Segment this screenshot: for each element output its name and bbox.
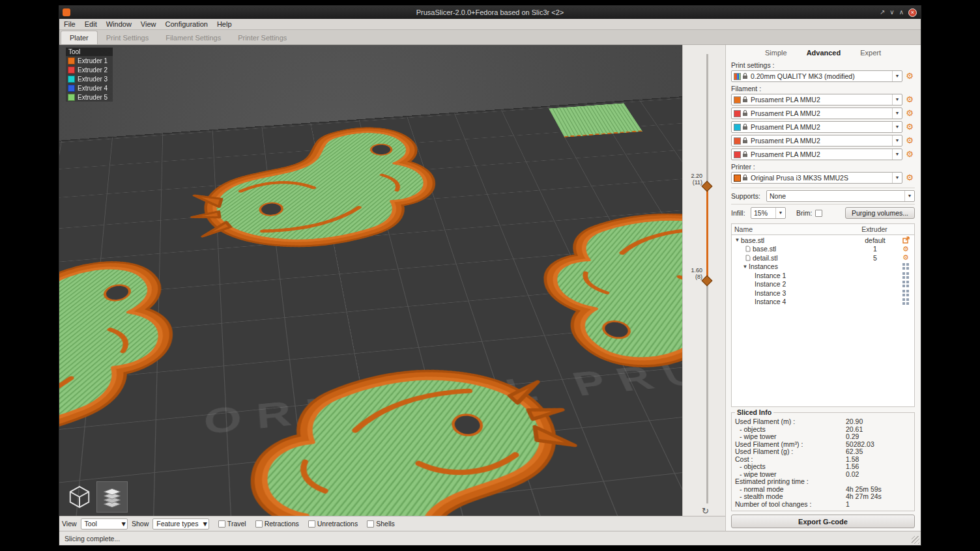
filament-select-1[interactable]: Prusament PLA MMU2 ▼ bbox=[731, 94, 902, 106]
infill-select[interactable]: 15% ▼ bbox=[751, 207, 786, 219]
extruder5-label: Extruder 5 bbox=[78, 94, 108, 101]
chevron-down-icon[interactable]: ▼ bbox=[734, 237, 741, 243]
object-name: Instance 1 bbox=[755, 272, 851, 279]
table-row[interactable]: ▼ Instances bbox=[732, 262, 914, 272]
filament-label: Filament : bbox=[731, 85, 915, 92]
travel-label: Travel bbox=[227, 520, 246, 528]
mode-expert[interactable]: Expert bbox=[860, 49, 881, 57]
object-extruder[interactable]: default bbox=[851, 236, 899, 244]
object-extruder[interactable]: 5 bbox=[851, 254, 899, 262]
view-select[interactable]: Tool ▼ bbox=[81, 518, 128, 530]
show-label: Show bbox=[132, 520, 149, 528]
tab-printer-settings[interactable]: Printer Settings bbox=[229, 31, 295, 44]
extruder5-swatch bbox=[68, 94, 75, 101]
shells-checkbox[interactable] bbox=[367, 520, 374, 528]
mode-simple[interactable]: Simple bbox=[765, 49, 787, 57]
sidebar: Simple Advanced Expert Print settings : … bbox=[725, 45, 921, 531]
supports-value: None bbox=[767, 192, 904, 200]
lock-icon bbox=[742, 137, 748, 144]
table-row[interactable]: Instance 3 bbox=[732, 289, 914, 298]
filament-2-gear-icon[interactable]: ⚙ bbox=[904, 109, 915, 118]
sliced-info-title: Sliced Info bbox=[735, 408, 773, 416]
3d-viewport[interactable]: ORIGINAL PRUSA 13 12 11 10 9 8 10 11 12 … bbox=[59, 45, 682, 516]
resize-grip[interactable] bbox=[912, 536, 919, 544]
sliced-object-1[interactable] bbox=[181, 119, 484, 272]
print-settings-select[interactable]: 0.20mm QUALITY MK3 (modified) ▼ bbox=[731, 70, 902, 82]
gear-icon[interactable]: ⚙ bbox=[902, 254, 909, 261]
mode-advanced[interactable]: Advanced bbox=[807, 49, 841, 57]
filament-select-3[interactable]: Prusament PLA MMU2 ▼ bbox=[731, 121, 902, 133]
menu-edit[interactable]: Edit bbox=[80, 20, 102, 29]
lock-icon bbox=[742, 110, 748, 117]
maximize-icon[interactable]: ∧ bbox=[899, 9, 904, 16]
show-select[interactable]: Feature types ▼ bbox=[152, 518, 209, 530]
object-name: Instance 4 bbox=[755, 298, 851, 305]
print-settings-value: 0.20mm QUALITY MK3 (modified) bbox=[748, 72, 892, 80]
filament-3-gear-icon[interactable]: ⚙ bbox=[904, 122, 915, 132]
instances-grid-icon bbox=[902, 298, 909, 305]
travel-checkbox[interactable] bbox=[218, 520, 225, 528]
gear-icon[interactable]: ⚙ bbox=[902, 246, 909, 253]
sliced-object-2[interactable] bbox=[59, 248, 214, 484]
info-value: 1 bbox=[846, 501, 911, 509]
object-name: base.stl bbox=[741, 236, 851, 244]
object-extruder[interactable]: 1 bbox=[851, 245, 899, 253]
layer-slider-range bbox=[706, 186, 708, 280]
filament-1-gear-icon[interactable]: ⚙ bbox=[904, 95, 915, 104]
menu-view[interactable]: View bbox=[136, 20, 161, 29]
table-row[interactable]: base.stl 1 ⚙ bbox=[732, 245, 914, 254]
tab-plater[interactable]: Plater bbox=[61, 31, 98, 44]
info-label: - stealth mode bbox=[735, 493, 846, 501]
slider-reset-icon[interactable]: ↻ bbox=[702, 506, 709, 516]
chevron-down-icon: ▼ bbox=[904, 191, 914, 201]
chevron-down-icon: ▼ bbox=[892, 71, 902, 81]
printer-value: Original Prusa i3 MK3S MMU2S bbox=[748, 174, 892, 182]
filament-5-gear-icon[interactable]: ⚙ bbox=[904, 150, 915, 159]
menu-file[interactable]: File bbox=[59, 20, 80, 29]
object-settings-icon[interactable] bbox=[902, 236, 910, 244]
export-gcode-button[interactable]: Export G-code bbox=[731, 515, 915, 528]
tab-print-settings[interactable]: Print Settings bbox=[98, 31, 157, 44]
menu-window[interactable]: Window bbox=[102, 20, 136, 29]
print-settings-gear-icon[interactable]: ⚙ bbox=[904, 72, 915, 81]
printer-gear-icon[interactable]: ⚙ bbox=[904, 173, 915, 182]
preview-layers-view-icon[interactable] bbox=[97, 482, 127, 512]
brim-label: Brim: bbox=[796, 209, 813, 217]
minimize-icon[interactable]: ∨ bbox=[889, 9, 894, 16]
brim-checkbox[interactable] bbox=[815, 210, 822, 217]
table-row[interactable]: Instance 4 bbox=[732, 298, 914, 307]
status-text: Slicing complete... bbox=[65, 535, 120, 543]
menu-configuration[interactable]: Configuration bbox=[160, 20, 212, 29]
table-row[interactable]: detail.stl 5 ⚙ bbox=[732, 253, 914, 262]
retractions-checkbox[interactable] bbox=[255, 520, 263, 528]
table-row[interactable]: Instance 2 bbox=[732, 280, 914, 289]
menu-help[interactable]: Help bbox=[212, 20, 237, 29]
info-value: 0.29 bbox=[846, 433, 911, 441]
slider-bottom-handle[interactable] bbox=[702, 276, 713, 287]
stick-window-icon[interactable]: ↗ bbox=[880, 9, 885, 16]
extruder3-label: Extruder 3 bbox=[78, 76, 108, 83]
filament-select-2[interactable]: Prusament PLA MMU2 ▼ bbox=[731, 107, 902, 119]
filament-select-4[interactable]: Prusament PLA MMU2 ▼ bbox=[731, 135, 902, 147]
3d-editor-view-icon[interactable] bbox=[65, 482, 94, 512]
unretractions-checkbox[interactable] bbox=[308, 520, 315, 528]
supports-select[interactable]: None ▼ bbox=[766, 190, 915, 202]
table-row[interactable]: Instance 1 bbox=[732, 271, 914, 280]
purging-volumes-button[interactable]: Purging volumes... bbox=[845, 207, 915, 219]
filament-select-5[interactable]: Prusament PLA MMU2 ▼ bbox=[731, 148, 902, 160]
info-value: 1.56 bbox=[846, 463, 911, 471]
close-icon[interactable]: × bbox=[908, 8, 917, 17]
wipe-tower[interactable] bbox=[549, 103, 642, 137]
info-label: Estimated printing time : bbox=[735, 478, 846, 486]
info-value: 20.90 bbox=[846, 418, 911, 426]
tab-filament-settings[interactable]: Filament Settings bbox=[157, 31, 229, 44]
slider-top-value: 2.20 bbox=[683, 173, 702, 179]
filament-3-value: Prusament PLA MMU2 bbox=[748, 123, 892, 131]
printer-select[interactable]: Original Prusa i3 MK3S MMU2S ▼ bbox=[731, 172, 902, 184]
slider-top-handle[interactable] bbox=[702, 181, 713, 192]
chevron-down-icon[interactable]: ▼ bbox=[742, 264, 749, 270]
filament-4-gear-icon[interactable]: ⚙ bbox=[904, 136, 915, 145]
object-name: detail.stl bbox=[753, 254, 851, 262]
lock-icon bbox=[742, 151, 748, 158]
table-row[interactable]: ▼ base.stl default bbox=[732, 236, 914, 245]
